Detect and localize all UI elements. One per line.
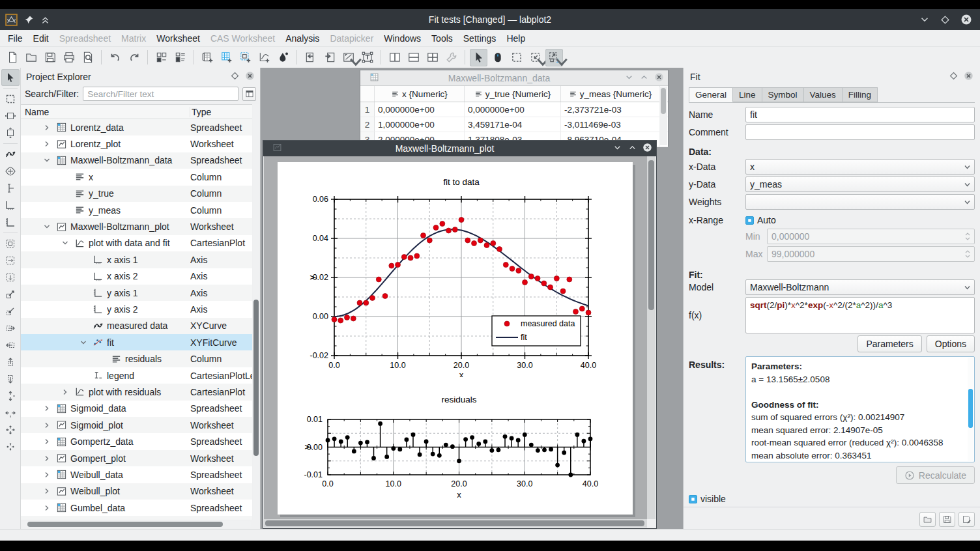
tab-line[interactable]: Line (733, 87, 762, 102)
menu-help[interactable]: Help (501, 31, 530, 46)
save-function-button[interactable] (939, 512, 955, 527)
columns-settings-button[interactable] (242, 87, 256, 101)
print-button[interactable] (60, 49, 78, 66)
weights-combobox[interactable] (745, 194, 975, 210)
menu-settings[interactable]: Settings (458, 31, 502, 46)
model-combobox[interactable]: Maxwell-Boltzmann (745, 279, 975, 295)
xdata-combobox[interactable]: x (745, 159, 975, 175)
spreadsheet-row[interactable]: 21,000000e+003,459171e-04-3,011469e-03 (360, 117, 668, 132)
spreadsheet-minimize-icon[interactable] (619, 72, 634, 84)
menu-file[interactable]: File (3, 31, 28, 46)
spreadsheet-window-titlebar[interactable]: Maxwell-Boltzmann_data (360, 70, 668, 86)
tab-symbol[interactable]: Symbol (762, 87, 804, 102)
recalculate-button[interactable]: Recalculate (896, 466, 975, 484)
tree-item-sigmoid-plot[interactable]: Sigmoid_plotWorksheet (21, 417, 252, 433)
max-spinbox[interactable]: 99,000000 (767, 246, 975, 262)
vertical-pan-button[interactable] (1, 124, 20, 141)
tree-column-name[interactable]: Name (21, 107, 190, 117)
tree-item-maxwell-boltzmann-plot[interactable]: Maxwell-Boltzmann_plotWorksheet (21, 218, 252, 234)
worksheet-restore-icon[interactable] (622, 143, 637, 154)
tree-item-weibull-plot[interactable]: Weibull_plotWorksheet (21, 483, 252, 500)
collapse-toolbar-icon[interactable] (40, 15, 50, 25)
spreadsheet-close-icon[interactable] (649, 72, 664, 84)
menu-tools[interactable]: Tools (426, 31, 458, 46)
worksheet-window-titlebar[interactable]: Maxwell-Boltzmann_plot (263, 141, 656, 156)
new-matrix-button[interactable] (218, 49, 235, 66)
tree-item-gumbel-plot[interactable]: Gumbel_plotWorksheet (21, 516, 252, 520)
open-project-button[interactable] (22, 49, 40, 66)
visible-checkbox[interactable] (689, 495, 697, 503)
results-textbox[interactable]: Parameters:a = 13.1565±2.0508 Goodness o… (745, 356, 975, 462)
fit-dock-float-icon[interactable] (944, 71, 958, 83)
select-mode-button[interactable] (470, 49, 487, 66)
tree-vertical-scrollbar[interactable] (253, 104, 259, 520)
y-axis-tool-button[interactable] (1, 214, 20, 231)
fit-to-view-button[interactable] (339, 49, 357, 66)
menu-analysis[interactable]: Analysis (280, 31, 324, 46)
zoom-select-region-button[interactable] (1, 91, 20, 107)
new-workbook-button[interactable] (152, 49, 170, 66)
options-button[interactable]: Options (927, 335, 975, 352)
zoom-in-selection-button[interactable] (1, 235, 20, 252)
shift-down-y-button[interactable] (1, 371, 20, 388)
import-data-button[interactable] (302, 49, 319, 66)
split-grid-button[interactable] (424, 49, 441, 66)
tree-item-legend[interactable]: legendCartesianPlotLegend (21, 367, 252, 384)
tree-item-residuals[interactable]: residualsColumn (21, 350, 252, 367)
comment-input[interactable] (745, 124, 975, 140)
maximize-icon[interactable] (940, 15, 950, 25)
tree-item-plot-with-data-and-fit[interactable]: plot with data and fitCartesianPlot (21, 235, 252, 251)
fit-dock-close-icon[interactable] (958, 71, 973, 83)
shift-up-y-button[interactable] (1, 354, 20, 371)
zoom-out-button[interactable] (1, 303, 20, 320)
spreadsheet-window[interactable]: Maxwell-Boltzmann_data x {Numeric}y_true… (360, 70, 669, 147)
formula-editor[interactable]: sqrt(2/pi)*x^2*exp(-x^2/(2*a^2))/a^3 (745, 297, 975, 333)
pin-icon[interactable] (24, 15, 34, 25)
add-text-label-button[interactable] (358, 49, 376, 66)
tree-column-type[interactable]: Type (190, 107, 252, 117)
tree-item-lorentz-data[interactable]: Lorentz_dataSpreadsheet (21, 119, 252, 135)
ydata-combobox[interactable]: y_meas (745, 177, 975, 192)
xy-curve-tool-button[interactable] (1, 146, 20, 163)
redo-button[interactable] (125, 49, 143, 66)
results-scrollbar[interactable] (968, 358, 973, 461)
zoom-in-button[interactable] (1, 286, 20, 303)
export-button[interactable] (321, 49, 338, 66)
original-size-button[interactable]: 1 (545, 49, 563, 66)
menu-edit[interactable]: Edit (28, 31, 54, 46)
name-input[interactable]: fit (745, 107, 975, 122)
zoom-select-mode-button[interactable] (508, 49, 525, 66)
tree-item-y-axis-1[interactable]: y axis 1Axis (21, 285, 252, 301)
zoom-in-y-button[interactable] (1, 269, 20, 286)
new-spreadsheet-button[interactable] (199, 49, 216, 66)
new-folder-button[interactable] (171, 49, 189, 66)
x-axis-tool-button[interactable] (1, 197, 20, 214)
shift-right-x-button[interactable] (1, 320, 20, 337)
worksheet-minimize-icon[interactable] (607, 143, 622, 154)
tab-values[interactable]: Values (804, 87, 843, 102)
shrink-view-button[interactable] (526, 49, 544, 66)
navigation-mode-button[interactable] (489, 49, 506, 66)
dock-close-icon[interactable] (240, 71, 255, 83)
worksheet-window[interactable]: Maxwell-Boltzmann_plot 0.010.020.030.040… (263, 140, 657, 529)
tree-item-lorentz-plot[interactable]: Lorentz_plotWorksheet (21, 135, 252, 152)
print-preview-button[interactable] (79, 49, 96, 66)
column-header[interactable]: x {Numeric} (375, 86, 465, 102)
fit-plot[interactable]: 0.010.020.030.040.0-0.020.000.020.040.06… (299, 173, 623, 377)
horizontal-pan-button[interactable] (1, 107, 20, 124)
configure-button[interactable] (442, 49, 460, 66)
new-plot-button[interactable] (255, 49, 273, 66)
save-as-new-button[interactable] (958, 512, 975, 527)
tree-item-x-axis-2[interactable]: x axis 2Axis (21, 268, 252, 285)
shift-left-x-button[interactable] (1, 337, 20, 354)
zoom-in-x-button[interactable] (1, 252, 20, 269)
tree-item-x[interactable]: xColumn (21, 169, 252, 185)
tree-item-gumbel-data[interactable]: Gumbel_dataSpreadsheet (21, 500, 252, 516)
load-function-button[interactable] (919, 512, 936, 527)
spreadsheet-restore-icon[interactable] (634, 72, 649, 84)
tree-item-y-axis-2[interactable]: y axis 2Axis (21, 301, 252, 317)
tree-item-gompertz-data[interactable]: Gompertz_dataSpreadsheet (21, 433, 252, 449)
tree-item-y-meas[interactable]: y_measColumn (21, 202, 252, 218)
tree-item-measured-data[interactable]: measured dataXYCurve (21, 318, 252, 334)
density-tool-button[interactable] (1, 163, 20, 180)
